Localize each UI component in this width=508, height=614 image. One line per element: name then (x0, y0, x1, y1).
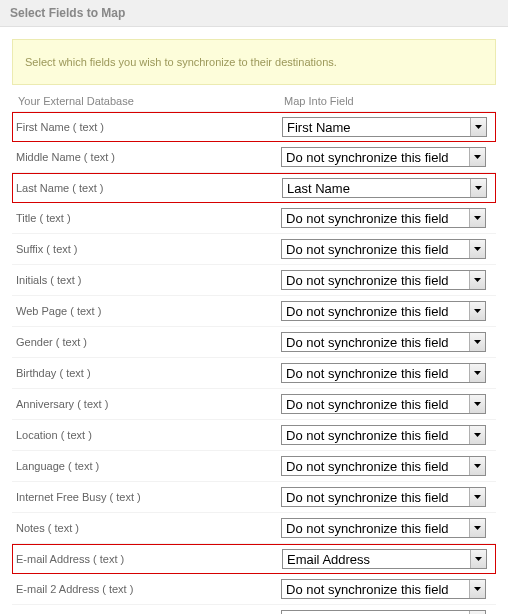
map-select[interactable]: Email Address (282, 549, 487, 569)
chevron-down-icon[interactable] (469, 580, 485, 598)
column-headers: Your External Database Map Into Field (12, 89, 496, 112)
field-row: Middle Name ( text )Do not synchronize t… (12, 142, 496, 173)
map-select[interactable]: Do not synchronize this field (281, 147, 486, 167)
svg-marker-1 (474, 155, 481, 159)
field-row: Location ( text )Do not synchronize this… (12, 420, 496, 451)
map-select-value: Email Address (283, 552, 470, 567)
chevron-down-icon[interactable] (469, 364, 485, 382)
map-select-value: Do not synchronize this field (282, 211, 469, 226)
svg-marker-14 (475, 557, 482, 561)
chevron-down-icon[interactable] (469, 271, 485, 289)
svg-marker-3 (474, 216, 481, 220)
map-select-value: Do not synchronize this field (282, 582, 469, 597)
field-label: E-mail Address ( text ) (15, 553, 282, 565)
field-row: E-mail Address ( text )Email Address (12, 544, 496, 574)
field-label: Web Page ( text ) (15, 305, 281, 317)
svg-marker-15 (474, 587, 481, 591)
svg-marker-11 (474, 464, 481, 468)
svg-marker-8 (474, 371, 481, 375)
map-select[interactable]: Do not synchronize this field (281, 579, 486, 599)
chevron-down-icon[interactable] (469, 209, 485, 227)
map-select-value: Do not synchronize this field (282, 397, 469, 412)
map-select[interactable]: Do not synchronize this field (281, 363, 486, 383)
svg-marker-10 (474, 433, 481, 437)
chevron-down-icon[interactable] (470, 550, 486, 568)
map-select[interactable]: Do not synchronize this field (281, 518, 486, 538)
svg-marker-5 (474, 278, 481, 282)
svg-marker-2 (475, 186, 482, 190)
field-label: Title ( text ) (15, 212, 281, 224)
map-select-value: Do not synchronize this field (282, 366, 469, 381)
field-row: Gender ( text )Do not synchronize this f… (12, 327, 496, 358)
field-row: Title ( text )Do not synchronize this fi… (12, 203, 496, 234)
field-label: First Name ( text ) (15, 121, 282, 133)
map-select-value: Last Name (283, 181, 470, 196)
chevron-down-icon[interactable] (469, 426, 485, 444)
field-row: Last Name ( text )Last Name (12, 173, 496, 203)
field-row: E-mail 2 Address ( text )Do not synchron… (12, 574, 496, 605)
map-select-value: Do not synchronize this field (282, 521, 469, 536)
map-select[interactable]: Do not synchronize this field (281, 487, 486, 507)
field-label: Location ( text ) (15, 429, 281, 441)
field-label: Anniversary ( text ) (15, 398, 281, 410)
field-row: Web Page ( text )Do not synchronize this… (12, 296, 496, 327)
map-select[interactable]: Do not synchronize this field (281, 270, 486, 290)
content-area: Select which fields you wish to synchron… (0, 27, 508, 614)
field-label: Middle Name ( text ) (15, 151, 281, 163)
map-select-value: Do not synchronize this field (282, 242, 469, 257)
instruction-banner: Select which fields you wish to synchron… (12, 39, 496, 85)
field-row: Notes ( text )Do not synchronize this fi… (12, 513, 496, 544)
map-select[interactable]: Do not synchronize this field (281, 332, 486, 352)
chevron-down-icon[interactable] (469, 333, 485, 351)
field-label: Gender ( text ) (15, 336, 281, 348)
field-label: Birthday ( text ) (15, 367, 281, 379)
field-label: Internet Free Busy ( text ) (15, 491, 281, 503)
map-select[interactable]: Do not synchronize this field (281, 456, 486, 476)
field-row: Birthday ( text )Do not synchronize this… (12, 358, 496, 389)
chevron-down-icon[interactable] (470, 118, 486, 136)
field-row: E-mail 3 Address ( text )Do not synchron… (12, 605, 496, 614)
chevron-down-icon[interactable] (469, 148, 485, 166)
chevron-down-icon[interactable] (469, 457, 485, 475)
map-select[interactable]: Do not synchronize this field (281, 610, 486, 614)
header-external-db: Your External Database (16, 95, 284, 107)
map-select[interactable]: Do not synchronize this field (281, 208, 486, 228)
map-select-value: First Name (283, 120, 470, 135)
field-rows: First Name ( text )First NameMiddle Name… (12, 112, 496, 614)
svg-marker-0 (475, 125, 482, 129)
chevron-down-icon[interactable] (469, 519, 485, 537)
svg-marker-4 (474, 247, 481, 251)
chevron-down-icon[interactable] (470, 179, 486, 197)
map-select[interactable]: Do not synchronize this field (281, 394, 486, 414)
field-row: Anniversary ( text )Do not synchronize t… (12, 389, 496, 420)
chevron-down-icon[interactable] (469, 302, 485, 320)
map-select-value: Do not synchronize this field (282, 304, 469, 319)
field-row: Initials ( text )Do not synchronize this… (12, 265, 496, 296)
svg-marker-12 (474, 495, 481, 499)
map-select-value: Do not synchronize this field (282, 273, 469, 288)
field-label: Initials ( text ) (15, 274, 281, 286)
map-select[interactable]: Do not synchronize this field (281, 425, 486, 445)
field-row: Suffix ( text )Do not synchronize this f… (12, 234, 496, 265)
map-select-value: Do not synchronize this field (282, 428, 469, 443)
svg-marker-9 (474, 402, 481, 406)
field-label: E-mail 2 Address ( text ) (15, 583, 281, 595)
map-select[interactable]: First Name (282, 117, 487, 137)
field-label: Language ( text ) (15, 460, 281, 472)
map-select[interactable]: Do not synchronize this field (281, 301, 486, 321)
field-row: First Name ( text )First Name (12, 112, 496, 142)
field-label: Notes ( text ) (15, 522, 281, 534)
chevron-down-icon[interactable] (469, 395, 485, 413)
map-select-value: Do not synchronize this field (282, 490, 469, 505)
field-row: Internet Free Busy ( text )Do not synchr… (12, 482, 496, 513)
svg-marker-6 (474, 309, 481, 313)
map-select[interactable]: Last Name (282, 178, 487, 198)
map-select-value: Do not synchronize this field (282, 335, 469, 350)
map-select[interactable]: Do not synchronize this field (281, 239, 486, 259)
field-row: Language ( text )Do not synchronize this… (12, 451, 496, 482)
svg-marker-13 (474, 526, 481, 530)
field-label: Last Name ( text ) (15, 182, 282, 194)
map-select-value: Do not synchronize this field (282, 150, 469, 165)
chevron-down-icon[interactable] (469, 488, 485, 506)
chevron-down-icon[interactable] (469, 240, 485, 258)
